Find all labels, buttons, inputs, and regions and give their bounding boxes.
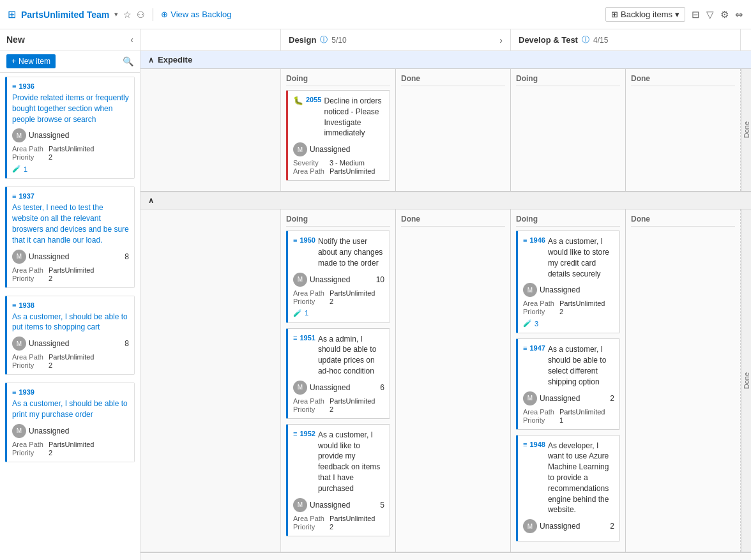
avatar: M bbox=[293, 273, 307, 287]
avatar: M bbox=[523, 519, 537, 533]
design-info-icon[interactable]: ⓘ bbox=[320, 34, 328, 45]
item-title: As tester, I need to test the website on… bbox=[12, 202, 129, 245]
view-backlog-link[interactable]: ⊕ View as Backlog bbox=[161, 10, 231, 19]
right-done-col: Done bbox=[741, 209, 751, 552]
expand-icon[interactable]: ⇔ bbox=[735, 9, 743, 20]
normal-design-doing-col: Doing ≡ 1950 Notify the user about any c… bbox=[281, 209, 396, 552]
sidebar-search-icon[interactable]: 🔍 bbox=[123, 56, 133, 66]
main-layout: New ‹ + New item 🔍 ≡ 1936 Provide relate… bbox=[0, 29, 751, 560]
avatar: M bbox=[12, 128, 26, 142]
team-chevron-icon[interactable]: ▾ bbox=[114, 10, 118, 19]
area-path-label: Area Path bbox=[12, 145, 43, 153]
item-title-text: As a customer, I should be able to put i… bbox=[12, 312, 128, 332]
design-nav-btn[interactable]: › bbox=[499, 35, 503, 45]
assignee-row: M Unassigned bbox=[12, 128, 129, 142]
board-card[interactable]: ≡ 1947 As a customer, I should be able t… bbox=[516, 338, 620, 429]
board-area: Design ⓘ 5/10 › Develop & Test ⓘ 4/15 ∧ … bbox=[140, 29, 751, 560]
expedite-collapse-icon: ∧ bbox=[148, 56, 154, 64]
assignee-name: Unassigned bbox=[29, 131, 129, 140]
doing-label: Doing bbox=[286, 215, 390, 227]
expedite-swimlane-header[interactable]: ∧ Expedite bbox=[140, 51, 751, 69]
sidebar-item[interactable]: ≡ 1938 As a customer, I should be able t… bbox=[5, 296, 135, 375]
test-icon: 🧪 bbox=[523, 319, 532, 328]
develop-test-col-header: Develop & Test ⓘ 4/15 bbox=[511, 29, 741, 50]
team-name[interactable]: PartsUnlimited Team bbox=[21, 10, 109, 20]
meta-grid: Area Path PartsUnlimited Priority 2 bbox=[12, 353, 129, 369]
sidebar-header: New ‹ bbox=[0, 29, 140, 50]
new-item-button[interactable]: + New item bbox=[6, 54, 56, 68]
view-backlog-label: View as Backlog bbox=[171, 10, 231, 19]
story-icon: ≡ bbox=[523, 236, 527, 244]
board-card[interactable]: 🐛 2055 Decline in orders noticed - Pleas… bbox=[286, 90, 390, 181]
item-title-text: As tester, I need to test the website on… bbox=[12, 203, 129, 244]
avatar: M bbox=[293, 142, 307, 156]
item-title-text: As a customer, I should be able to print… bbox=[12, 399, 128, 419]
normal-swimlane-header[interactable]: ∧ bbox=[140, 192, 751, 209]
area-path-value: PartsUnlimited bbox=[49, 266, 129, 274]
card-header: ≡ 1951 As a admin, I should be able to u… bbox=[293, 334, 384, 377]
card-header: ≡ 1947 As a customer, I should be able t… bbox=[523, 344, 614, 387]
story-icon: ≡ bbox=[293, 334, 297, 342]
card-assignee: M Unassigned 5 bbox=[293, 498, 384, 512]
design-col-header: Design ⓘ 5/10 › bbox=[281, 29, 511, 50]
card-test: 🧪 3 bbox=[523, 319, 614, 328]
card-assignee: M Unassigned bbox=[293, 142, 384, 156]
card-meta: Area Path PartsUnlimited Priority 1 bbox=[523, 408, 614, 424]
normal-swimlane: ∧ Doing ≡ 1950 Notify the user about bbox=[140, 192, 751, 553]
board-header: Design ⓘ 5/10 › Develop & Test ⓘ 4/15 bbox=[140, 29, 751, 51]
item-meta: M Unassigned 8 Area Path PartsUnlimited … bbox=[12, 250, 129, 282]
item-header: ≡ 1936 bbox=[12, 82, 129, 90]
assignee-row: M Unassigned bbox=[12, 424, 129, 438]
grid-icon: ⊞ bbox=[8, 8, 16, 20]
normal-develop-done-col: Done bbox=[626, 209, 741, 552]
assignee-row: M Unassigned 8 bbox=[12, 337, 129, 351]
board-card[interactable]: ≡ 1950 Notify the user about any changes… bbox=[286, 231, 390, 322]
backlog-items-chevron-icon: ▾ bbox=[675, 10, 679, 19]
area-path-value: PartsUnlimited bbox=[49, 145, 129, 153]
sidebar-item[interactable]: ≡ 1937 As tester, I need to test the web… bbox=[5, 186, 135, 287]
settings-icon[interactable]: ⚙ bbox=[720, 9, 729, 20]
item-header: ≡ 1938 bbox=[12, 301, 129, 309]
right-done-col: Done bbox=[741, 69, 751, 191]
board-card[interactable]: ≡ 1951 As a admin, I should be able to u… bbox=[286, 328, 390, 419]
favorite-icon[interactable]: ☆ bbox=[123, 10, 132, 20]
avatar: M bbox=[523, 391, 537, 405]
card-header: ≡ 1946 As a customer, I would like to st… bbox=[523, 236, 614, 279]
story-icon: ≡ bbox=[523, 344, 527, 352]
columns-icon[interactable]: ⊟ bbox=[692, 9, 700, 20]
test-icon: 🧪 bbox=[12, 165, 21, 173]
develop-test-info-icon[interactable]: ⓘ bbox=[582, 34, 589, 45]
doing-label: Doing bbox=[516, 74, 620, 86]
develop-test-col-name: Develop & Test bbox=[519, 35, 578, 45]
view-backlog-plus-icon: ⊕ bbox=[161, 10, 168, 19]
board-card[interactable]: ≡ 1946 As a customer, I would like to st… bbox=[516, 231, 620, 333]
filter-icon[interactable]: ▽ bbox=[706, 9, 714, 20]
sidebar-item[interactable]: ≡ 1936 Provide related items or frequent… bbox=[5, 77, 135, 179]
card-meta: Area Path PartsUnlimited Priority 2 bbox=[293, 397, 384, 413]
area-path-label: Area Path bbox=[12, 353, 43, 361]
board-card[interactable]: ≡ 1948 As developer, I want to use Azure… bbox=[516, 435, 620, 542]
story-icon: ≡ bbox=[12, 192, 16, 200]
bug-icon: 🐛 bbox=[293, 96, 303, 105]
avatar: M bbox=[523, 283, 537, 297]
expedite-design-doing-col: Doing 🐛 2055 Decline in orders noticed -… bbox=[281, 69, 396, 191]
story-icon: ≡ bbox=[12, 82, 16, 90]
item-header: ≡ 1937 bbox=[12, 192, 129, 200]
sidebar-item[interactable]: ≡ 1939 As a customer, I should be able t… bbox=[5, 382, 135, 462]
meta-grid: Area Path PartsUnlimited Priority 2 bbox=[12, 266, 129, 282]
card-assignee: M Unassigned 2 bbox=[523, 519, 614, 533]
priority-label: Priority bbox=[12, 361, 43, 369]
new-col-header bbox=[140, 29, 281, 50]
sidebar: New ‹ + New item 🔍 ≡ 1936 Provide relate… bbox=[0, 29, 140, 560]
expedite-design-done-col: Done bbox=[396, 69, 511, 191]
assignee-name: Unassigned bbox=[29, 427, 129, 435]
board-card[interactable]: ≡ 1952 As a customer, I would like to pr… bbox=[286, 424, 390, 536]
backlog-items-label: Backlog items bbox=[621, 10, 672, 19]
expedite-sidebar-col bbox=[140, 69, 281, 191]
sidebar-collapse-button[interactable]: ‹ bbox=[130, 34, 133, 45]
people-icon[interactable]: ⚇ bbox=[137, 10, 145, 20]
expedite-develop-done-col: Done bbox=[626, 69, 741, 191]
test-count: 1 bbox=[24, 165, 27, 173]
expedite-develop-doing-col: Doing bbox=[511, 69, 626, 191]
backlog-items-button[interactable]: ⊞ Backlog items ▾ bbox=[605, 7, 685, 22]
